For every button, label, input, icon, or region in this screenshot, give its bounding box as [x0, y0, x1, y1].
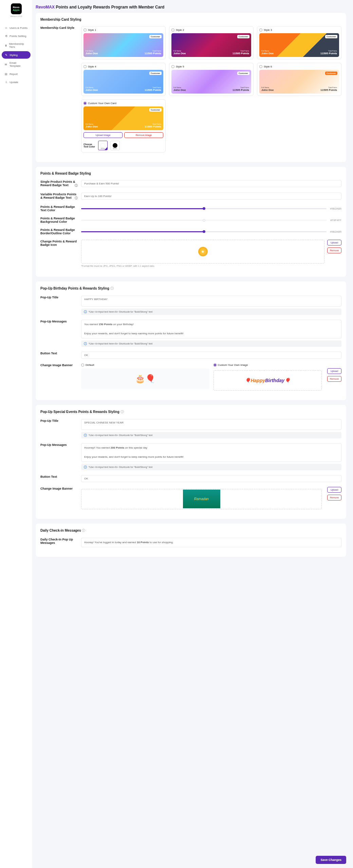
- radio-icon: [259, 65, 262, 68]
- nav-membership-tiers[interactable]: ♛Membership Tiers: [2, 40, 31, 51]
- upload-image-button[interactable]: Upload Image: [83, 132, 123, 138]
- section-heading: Daily Check-in Messages ⓘ: [40, 528, 341, 533]
- remove-button[interactable]: Remove: [327, 495, 341, 500]
- save-changes-button[interactable]: Save Changes: [316, 856, 346, 864]
- text-color-slider[interactable]: [81, 208, 327, 209]
- radio-icon: [83, 102, 87, 105]
- section-heading: Pop-Up Birthday Points & Rewards Styling…: [40, 286, 341, 291]
- checkin-message-input[interactable]: Hooray! You've logged in today and earne…: [81, 538, 341, 547]
- banner-default-option[interactable]: Default: [81, 363, 209, 367]
- button-text-input[interactable]: [81, 475, 341, 482]
- nav: ☺Users & Points ⚙Points Setting ♛Members…: [2, 24, 31, 86]
- button-text-input[interactable]: [81, 352, 341, 359]
- logo: RevoApps: [11, 3, 22, 14]
- radio-icon: [213, 363, 217, 367]
- upload-button[interactable]: Upload: [327, 368, 341, 374]
- special-events-popup-section: Pop-Up Special Events Points & Rewards S…: [36, 405, 346, 519]
- section-heading: Pop-Up Special Events Points & Rewards S…: [40, 410, 341, 414]
- field-label: Button Text: [40, 352, 81, 359]
- nav-email-template[interactable]: ✉Email Template: [2, 59, 31, 70]
- border-color-slider[interactable]: [81, 231, 327, 232]
- nav-points-setting[interactable]: ⚙Points Setting: [2, 32, 31, 40]
- radio-icon: [83, 28, 87, 32]
- info-icon: i: [84, 466, 87, 469]
- card-preview: CustomerFull NameJohn DoeTotal Points115…: [83, 33, 163, 57]
- style-option-5[interactable]: Style 5CustomerFull NameJohn DoeTotal Po…: [169, 63, 254, 96]
- field-label: Pop-Up Title: [40, 419, 81, 438]
- field-label: Points & Reward Badge Border/Outline Col…: [40, 228, 81, 235]
- single-product-badge-input[interactable]: [81, 180, 341, 187]
- nav-update[interactable]: ⇩Update: [2, 78, 31, 86]
- field-label: Pop-Up Messages: [40, 443, 81, 470]
- style-option-3[interactable]: Style 3CustomerFull NameJohn DoeTotal Po…: [257, 26, 341, 59]
- shortcode-hint: i*Use <b>input text here</b> Shortcode f…: [81, 340, 341, 347]
- brush-icon: ✎: [4, 53, 8, 57]
- card-preview: CustomerFull NameJohn DoeTotal Points115…: [259, 70, 339, 94]
- mail-icon: ✉: [4, 63, 8, 66]
- daily-checkin-section: Daily Check-in Messages ⓘ Daily Check-In…: [36, 524, 346, 557]
- hex-value: #5B2AB5: [330, 207, 341, 210]
- radio-icon: [171, 65, 174, 68]
- field-label: Membership Card Style: [40, 26, 81, 153]
- style-option-2[interactable]: Style 2CustomerFull NameJohn DoeTotal Po…: [169, 26, 254, 59]
- remove-image-button[interactable]: Remove Image: [124, 132, 163, 138]
- field-label: Button Text: [40, 475, 81, 482]
- shortcode-hint: i*Use <b>input text here</b> Shortcode f…: [81, 309, 341, 315]
- remove-button[interactable]: Remove: [327, 376, 341, 382]
- field-label: Daily Check-In Pop Up Messages: [40, 538, 81, 547]
- page-title: RevoMAX Points and Loyalty Rewards Progr…: [36, 5, 346, 9]
- info-icon: i: [84, 310, 87, 313]
- banner-custom-option[interactable]: Custom Your Own Image: [213, 363, 342, 367]
- help-icon[interactable]: ⓘ: [75, 196, 78, 200]
- info-icon: i: [84, 434, 87, 437]
- document-icon: ▤: [4, 72, 8, 76]
- hex-value: #5B2AB5: [330, 230, 341, 233]
- card-preview: CustomerFull NameJohn DoeTotal Points115…: [171, 70, 251, 94]
- popup-messages-input[interactable]: Hoorray!! You earned 200 Points on this …: [81, 443, 341, 462]
- hex-value: #F8F4FF: [330, 219, 341, 222]
- field-label: Change Points & Reward Badge Icon: [40, 240, 81, 267]
- membership-card-styling-section: Membership Card Styling Membership Card …: [36, 13, 346, 162]
- radio-icon: [81, 363, 84, 367]
- field-label: Pop-Up Title: [40, 296, 81, 315]
- help-icon[interactable]: ⓘ: [75, 183, 78, 188]
- popup-messages-input[interactable]: You earned 150 Points on your Birthday!E…: [81, 320, 341, 338]
- download-icon: ⇩: [4, 80, 8, 84]
- shortcode-hint: i*Use <b>input text here</b> Shortcode f…: [81, 464, 341, 470]
- user-icon: ☺: [4, 26, 8, 29]
- help-icon[interactable]: ⓘ: [110, 287, 114, 290]
- popup-title-input[interactable]: HAPPY BIRTHDAY: [81, 296, 341, 307]
- style-option-6[interactable]: Style 6CustomerFull NameJohn DoeTotal Po…: [257, 63, 341, 96]
- custom-banner-preview: 🎈HappyBirthday🎈: [213, 370, 322, 391]
- color-white[interactable]: White: [98, 141, 108, 150]
- icon-dropzone[interactable]: ★: [81, 240, 324, 263]
- field-label: Pop-Up Messages: [40, 320, 81, 347]
- color-black[interactable]: Black: [110, 141, 120, 150]
- radio-icon: [171, 28, 174, 32]
- upload-button[interactable]: Upload: [327, 487, 341, 493]
- remove-button[interactable]: Remove: [327, 248, 341, 253]
- card-preview: CustomerFull NameJohn DoeTotal Points115…: [259, 33, 339, 57]
- help-icon[interactable]: ⓘ: [82, 529, 85, 532]
- info-icon: i: [84, 342, 87, 345]
- card-preview: CustomerFull NameJohn DoeTotal Points115…: [83, 106, 163, 130]
- style-option-1[interactable]: Style 1CustomerFull NameJohn DoeTotal Po…: [81, 26, 166, 59]
- nav-users-points[interactable]: ☺Users & Points: [2, 24, 31, 32]
- upload-button[interactable]: Upload: [327, 240, 341, 245]
- field-label: Change Image Banner: [40, 363, 81, 391]
- card-preview: CustomerFull NameJohn DoeTotal Points115…: [171, 33, 251, 57]
- nav-report[interactable]: ▤Report: [2, 70, 31, 78]
- main-content: RevoMAX Points and Loyalty Rewards Progr…: [32, 0, 353, 868]
- event-banner-preview: Ramadan: [81, 489, 322, 509]
- nav-styling[interactable]: ✎Styling: [2, 51, 31, 59]
- style-option-custom[interactable]: Custom Your Own Card CustomerFull NameJo…: [81, 99, 166, 153]
- popup-title-input[interactable]: SPECIAL CHINESE NEW YEAR: [81, 419, 341, 430]
- field-label: Variable Products Points & Reward Badge …: [40, 193, 81, 200]
- help-icon[interactable]: ⓘ: [120, 410, 124, 414]
- section-heading: Points & Reward Badge Styling: [40, 172, 341, 175]
- style-option-4[interactable]: Style 4CustomerFull NameJohn DoeTotal Po…: [81, 63, 166, 96]
- bg-color-slider[interactable]: [81, 220, 327, 221]
- version-label: Version 2.0.2: [10, 15, 22, 17]
- variable-product-badge-input[interactable]: [81, 193, 341, 200]
- default-banner-preview: 🎂🎈: [81, 369, 209, 389]
